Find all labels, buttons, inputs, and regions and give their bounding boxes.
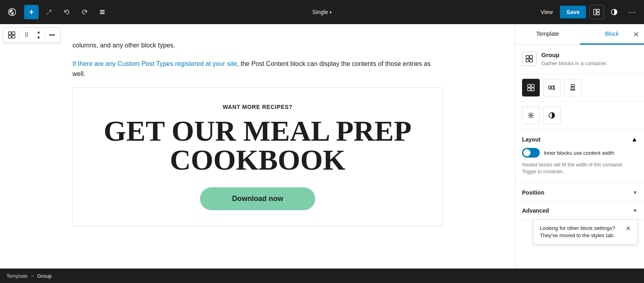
inner-blocks-toggle[interactable] — [522, 148, 540, 158]
editor-area: ⠿ ▲ ▼ ••• columns, and any other block t… — [0, 24, 515, 269]
position-section[interactable]: Position ▼ — [516, 184, 644, 202]
svg-rect-11 — [12, 35, 15, 38]
toggle-desc: Nested blocks will fill the width of thi… — [522, 162, 638, 175]
top-toolbar: + Single ▾ View Save ⋯ — [0, 0, 644, 24]
svg-rect-19 — [531, 88, 534, 91]
svg-rect-6 — [597, 12, 599, 15]
settings-gear-button[interactable] — [522, 107, 540, 124]
toast-close-button[interactable]: ✕ — [625, 225, 631, 232]
toggle-row: Inner blocks use content width — [522, 148, 638, 158]
position-title: Position — [522, 189, 544, 196]
block-info-section: Group Gather blocks in a container. — [516, 45, 644, 74]
svg-rect-12 — [526, 55, 529, 58]
main-area: ⠿ ▲ ▼ ••• columns, and any other block t… — [0, 24, 644, 269]
group-block-icon-btn[interactable] — [5, 29, 18, 41]
svg-rect-17 — [531, 84, 534, 87]
breadcrumb-separator: > — [31, 273, 34, 279]
svg-rect-13 — [530, 55, 533, 58]
settings-icons-row — [516, 102, 644, 129]
layout-title: Layout — [522, 136, 541, 143]
block-name-label: Group — [541, 51, 638, 58]
svg-rect-2 — [100, 12, 105, 12]
group-block[interactable]: WANT MORE RECIPES? GET OUR MEAL PREP COO… — [72, 87, 443, 227]
svg-point-26 — [530, 115, 532, 117]
add-block-button[interactable]: + — [24, 5, 39, 19]
advanced-section[interactable]: Advanced ▼ — [516, 202, 644, 220]
position-chevron-icon: ▼ — [633, 190, 638, 195]
style-stack-btn[interactable] — [564, 79, 582, 96]
style-group-btn[interactable] — [522, 79, 540, 96]
chevron-down-icon: ▾ — [330, 10, 332, 14]
layout-section-header: Layout ▲ — [522, 136, 638, 143]
save-button[interactable]: Save — [560, 6, 586, 18]
list-view-button[interactable] — [95, 5, 109, 19]
view-button[interactable]: View — [537, 6, 557, 18]
svg-rect-8 — [8, 32, 11, 35]
layout-icon-button[interactable] — [589, 5, 604, 19]
svg-rect-4 — [594, 9, 596, 15]
group-title: GET OUR MEAL PREP COOKBOOK — [81, 117, 434, 174]
wp-logo-icon[interactable] — [5, 5, 19, 19]
svg-rect-1 — [100, 10, 105, 11]
svg-rect-14 — [526, 59, 529, 62]
settings-contrast-button[interactable] — [543, 107, 561, 124]
svg-rect-24 — [571, 87, 574, 89]
toolbar-right: View Save ⋯ — [537, 5, 639, 19]
pencil-tool-button[interactable] — [42, 5, 56, 19]
download-now-button[interactable]: Download now — [200, 187, 316, 210]
block-toolbar-overlay: ⠿ ▲ ▼ ••• — [3, 27, 60, 43]
undo-button[interactable] — [60, 5, 74, 19]
toolbar-separator — [19, 31, 19, 39]
breadcrumb-current: Group — [37, 273, 52, 279]
svg-rect-5 — [597, 9, 599, 12]
tab-template[interactable]: Template — [516, 24, 580, 45]
svg-rect-9 — [12, 32, 15, 35]
editor-text-2: If there are any Custom Post Types regis… — [72, 59, 443, 79]
svg-rect-10 — [8, 35, 11, 38]
contrast-button[interactable] — [607, 5, 621, 19]
toggle-label: Inner blocks use content width — [544, 150, 614, 156]
svg-rect-21 — [551, 86, 553, 89]
style-row-btn[interactable] — [543, 79, 561, 96]
more-options-button[interactable]: ⋯ — [625, 5, 639, 19]
editor-text-1: columns, and any other block types. — [72, 40, 443, 51]
sidebar: Template Block ✕ Group Gather blocks in … — [515, 24, 644, 269]
toolbar-separator-2 — [44, 31, 45, 39]
sidebar-close-button[interactable]: ✕ — [632, 29, 641, 41]
breadcrumb-bar: Template > Group — [0, 269, 644, 283]
drag-handle-button[interactable]: ⠿ — [20, 29, 33, 41]
single-label: Single — [312, 9, 328, 15]
move-down-button[interactable]: ▼ — [34, 35, 43, 41]
block-info-text: Group Gather blocks in a container. — [541, 51, 638, 67]
block-desc-label: Gather blocks in a container. — [541, 60, 638, 67]
redo-button[interactable] — [77, 5, 92, 19]
toolbar-center: Single ▾ — [312, 9, 332, 15]
move-up-button[interactable]: ▲ — [34, 29, 43, 35]
svg-rect-15 — [530, 59, 533, 62]
more-block-options-button[interactable]: ••• — [45, 29, 58, 41]
sidebar-tabs: Template Block ✕ — [516, 24, 644, 45]
breadcrumb-template[interactable]: Template — [6, 273, 28, 279]
toast-notification: Looking for other block settings? They'v… — [533, 219, 638, 244]
style-buttons-row — [516, 74, 644, 102]
editor-content: columns, and any other block types. If t… — [0, 24, 515, 251]
advanced-title: Advanced — [522, 207, 549, 214]
svg-rect-3 — [100, 13, 105, 14]
single-mode-button[interactable]: Single ▾ — [312, 9, 332, 15]
layout-collapse-icon[interactable]: ▲ — [631, 136, 638, 143]
group-subtitle: WANT MORE RECIPES? — [81, 104, 434, 110]
layout-section: Layout ▲ Inner blocks use content width … — [516, 129, 644, 184]
svg-rect-23 — [571, 84, 574, 86]
move-arrows: ▲ ▼ — [34, 29, 43, 41]
advanced-chevron-icon: ▼ — [633, 208, 638, 213]
block-type-icon — [522, 51, 537, 66]
svg-rect-18 — [528, 88, 530, 91]
svg-rect-16 — [528, 84, 530, 87]
editor-link[interactable]: If there are any Custom Post Types regis… — [72, 60, 237, 67]
toast-text: Looking for other block settings? They'v… — [540, 225, 622, 239]
svg-rect-20 — [549, 86, 551, 89]
